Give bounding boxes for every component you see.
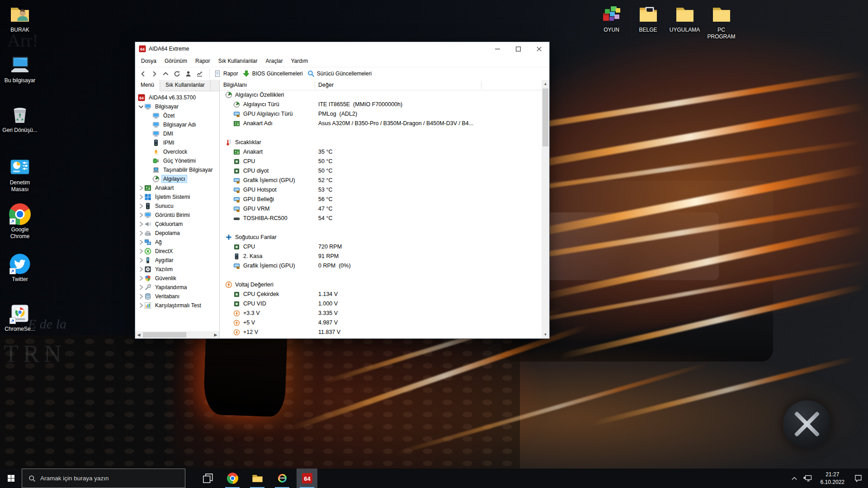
desktop-icon-denetim-masas-[interactable]: Denetim Masası xyxy=(1,156,39,193)
user-info-button[interactable] xyxy=(185,70,192,77)
chevron-collapsed-icon[interactable] xyxy=(138,257,144,263)
tree-item-label[interactable]: DMI xyxy=(162,130,175,137)
tree-item[interactable]: Veritabanı xyxy=(135,292,219,301)
panel-tab-1[interactable]: Sık Kullanılanlar xyxy=(160,80,211,91)
tree-item[interactable]: Yazılım xyxy=(135,265,219,274)
chevron-collapsed-icon[interactable] xyxy=(138,302,144,309)
tree-item[interactable]: Bilgisayar xyxy=(135,102,219,111)
tree-item[interactable]: Taşınabilir Bilgisayar xyxy=(135,165,219,174)
sensor-row[interactable]: CPU Çekirdek1.134 V xyxy=(220,290,542,299)
chevron-collapsed-icon[interactable] xyxy=(138,221,144,227)
tree-item-label[interactable]: Görüntü Birimi xyxy=(154,211,191,219)
sensor-row[interactable]: GPU Belleği56 °C xyxy=(220,195,542,204)
tree-item-label[interactable]: Özet xyxy=(162,112,176,119)
tree-item[interactable]: Karşılaştırmalı Test xyxy=(135,301,219,310)
tree-item-label[interactable]: Bilgisayar xyxy=(154,103,180,110)
desktop-icon-belge[interactable]: BELGE xyxy=(630,4,666,33)
report-button[interactable]: Rapor xyxy=(214,70,238,77)
desktop-icon-geri-d-n-[interactable]: Geri Dönüşü... xyxy=(1,104,39,134)
taskbar-search-input[interactable]: Aramak için buraya yazın xyxy=(22,469,185,488)
nav-back-button[interactable] xyxy=(140,70,146,77)
tree-item[interactable]: DirectX xyxy=(135,247,219,256)
taskbar-app-aida64[interactable]: 64 xyxy=(297,469,317,488)
chevron-collapsed-icon[interactable] xyxy=(138,293,144,300)
menu-item-2[interactable]: Rapor xyxy=(191,56,214,67)
tree-item[interactable]: 64AIDA64 v6.33.5700 xyxy=(135,93,219,102)
tree-item[interactable]: Çokluortam xyxy=(135,220,219,229)
tree-item-label[interactable]: Algılayıcı xyxy=(162,175,187,183)
menu-item-3[interactable]: Sık Kullanılanlar xyxy=(214,56,262,67)
tree-item[interactable]: Depolama xyxy=(135,229,219,238)
sensor-row[interactable]: TOSHIBA-RC50054 °C xyxy=(220,214,542,223)
chevron-collapsed-icon[interactable] xyxy=(138,284,144,291)
driver-updates-button[interactable]: Sürücü Güncellemeleri xyxy=(307,70,372,77)
menu-item-5[interactable]: Yardım xyxy=(287,56,312,67)
desktop-icon-pc-program[interactable]: PC PROGRAM xyxy=(703,4,740,40)
desktop-icon-oyun[interactable]: OYUN xyxy=(593,4,630,33)
tree-item-label[interactable]: Veritabanı xyxy=(154,293,181,300)
tree-item-label[interactable]: Overclock xyxy=(162,148,189,155)
tree-item-label[interactable]: AIDA64 v6.33.5700 xyxy=(147,94,197,101)
tree-item-label[interactable]: Çokluortam xyxy=(154,221,184,228)
desktop-icon-uygulama[interactable]: UYGULAMA xyxy=(666,4,703,33)
tree-item[interactable]: İşletim Sistemi xyxy=(135,192,219,202)
tree-item-label[interactable]: Anakart xyxy=(154,184,175,192)
desktop-icon-twitter[interactable]: Twitter xyxy=(1,253,39,283)
vertical-scrollbar[interactable]: ▲ ▼ xyxy=(542,80,549,338)
tree-item[interactable]: Özet xyxy=(135,111,219,120)
sensor-row[interactable]: CPU VID1.000 V xyxy=(220,299,542,309)
horizontal-scrollbar[interactable]: ◀ ▶ xyxy=(135,331,219,338)
menu-item-1[interactable]: Görünüm xyxy=(160,56,191,67)
scroll-up-arrow[interactable]: ▲ xyxy=(542,80,549,88)
tree-item[interactable]: Algılayıcı xyxy=(135,174,219,183)
tree-item-label[interactable]: Bilgisayar Adı xyxy=(162,121,198,128)
taskbar-clock[interactable]: 21:27 6.10.2022 xyxy=(816,471,849,485)
panel-tab-0[interactable]: Menü xyxy=(135,80,160,91)
refresh-button[interactable] xyxy=(174,70,180,77)
taskbar-app-chrome[interactable] xyxy=(222,469,243,488)
tree-item-label[interactable]: Taşınabilir Bilgisayar xyxy=(162,166,214,174)
chevron-collapsed-icon[interactable] xyxy=(138,203,144,209)
tree-item[interactable]: Bilgisayar Adı xyxy=(135,120,219,129)
chevron-expanded-icon[interactable] xyxy=(138,103,144,110)
sensor-row[interactable]: Grafik İşlemci (GPU)52 °C xyxy=(220,176,542,185)
desktop-icon-burak[interactable]: BURAK xyxy=(1,4,39,33)
close-button[interactable] xyxy=(528,42,549,56)
nav-forward-button[interactable] xyxy=(151,70,158,77)
sensor-row[interactable]: Anakart35 °C xyxy=(220,147,542,157)
sensor-row[interactable]: CPU720 RPM xyxy=(220,242,542,252)
tree-item[interactable]: Görüntü Birimi xyxy=(135,211,219,220)
taskbar-app-explorer[interactable] xyxy=(247,469,268,488)
start-button[interactable] xyxy=(0,469,22,488)
tree-item[interactable]: Ağ xyxy=(135,238,219,247)
chevron-collapsed-icon[interactable] xyxy=(138,266,144,272)
chevron-collapsed-icon[interactable] xyxy=(138,239,144,245)
tree-item[interactable]: Aygıtlar xyxy=(135,256,219,265)
scroll-right-arrow[interactable]: ▶ xyxy=(212,331,219,338)
scroll-down-arrow[interactable]: ▼ xyxy=(542,331,549,338)
tree-item-label[interactable]: İşletim Sistemi xyxy=(154,193,191,201)
task-view-button[interactable] xyxy=(197,469,218,488)
tree-item-label[interactable]: Yazılım xyxy=(154,266,174,273)
tree-item[interactable]: Sunucu xyxy=(135,202,219,211)
minimize-button[interactable] xyxy=(487,42,508,56)
desktop-icon-google-chrome[interactable]: Google Chrome xyxy=(1,203,39,240)
desktop-icon-chromese-[interactable]: ChromeSe... xyxy=(1,303,39,333)
chevron-collapsed-icon[interactable] xyxy=(138,185,144,191)
tree-item-label[interactable]: Güç Yönetimi xyxy=(162,157,197,164)
tree-item[interactable]: IPMI xyxy=(135,138,219,147)
tree-item[interactable]: DMI xyxy=(135,129,219,138)
tree-item[interactable]: Overclock xyxy=(135,147,219,156)
tree-item-label[interactable]: Aygıtlar xyxy=(154,257,175,264)
chevron-collapsed-icon[interactable] xyxy=(138,194,144,200)
chevron-collapsed-icon[interactable] xyxy=(138,212,144,218)
tree-item-label[interactable]: DirectX xyxy=(154,248,174,255)
tree-item-label[interactable]: IPMI xyxy=(162,139,176,146)
chevron-collapsed-icon[interactable] xyxy=(138,275,144,282)
vertical-scroll-thumb[interactable] xyxy=(542,89,548,146)
tree-item[interactable]: Yapılandırma xyxy=(135,283,219,292)
sensor-row[interactable]: +3.3 V3.335 V xyxy=(220,309,542,318)
column-header[interactable]: BilgiAlanı Değer xyxy=(220,80,542,90)
tree-item[interactable]: Güvenlik xyxy=(135,274,219,283)
tree-item-label[interactable]: Karşılaştırmalı Test xyxy=(154,302,203,309)
